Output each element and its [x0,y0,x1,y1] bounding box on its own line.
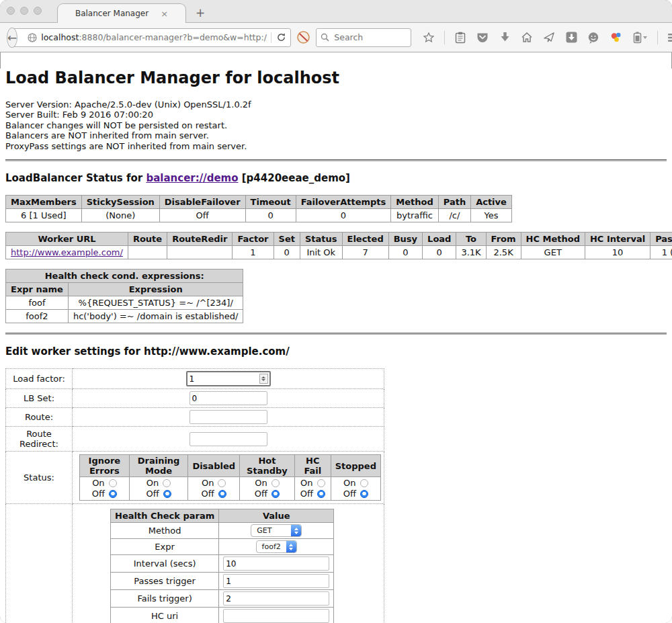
hot-standby-off-radio[interactable] [271,490,280,498]
draining-mode-on-radio[interactable] [163,479,171,487]
new-tab-button[interactable]: + [196,6,205,19]
stopped-on-radio[interactable] [360,479,368,487]
hc-fails-label: Fails trigger) [111,590,219,608]
cell: 2.5K [486,246,521,259]
form-row-load-factor: Load factor: [6,369,384,389]
lb-set-input[interactable] [190,391,267,405]
reload-icon[interactable] [276,32,286,43]
tab-title: Balancer Manager [75,9,149,18]
route-redirect-input[interactable] [190,432,267,446]
cell: 7 [342,246,388,259]
expr-name-cell: foof2 [6,310,69,323]
hc-method-select[interactable]: GET [251,524,302,537]
route-input[interactable] [190,410,267,424]
block-extension-icon[interactable] [296,30,310,45]
expr-name-cell: foof [6,296,69,310]
divider [5,333,667,335]
colored-dots-extension-icon[interactable] [609,31,622,44]
load-factor-input[interactable] [186,371,271,386]
cell: Init Ok [300,246,342,259]
edit-worker-form: Load factor: LB Set: Route: Route Redire… [5,368,384,623]
col-header: HC Interval [585,233,650,246]
lb-set-label: LB Set: [6,389,73,408]
col-header: Expr name [6,283,69,296]
pocket-icon[interactable] [476,31,489,44]
ignore-errors-on-radio[interactable] [109,479,117,487]
worker-status-table: Worker URL Route RouteRedir Factor Set S… [5,232,672,259]
col-header: Set [274,233,300,246]
hc-fails-input[interactable] [223,591,329,606]
search-bar[interactable] [316,28,411,47]
search-icon [321,33,329,42]
download-box-icon[interactable] [564,31,578,44]
search-input[interactable] [333,32,396,43]
number-spinner-icon[interactable] [259,374,268,384]
hc-interval-label: Interval (secs) [111,555,219,573]
col-header: Worker URL [6,233,128,246]
form-row-lb-set: LB Set: [6,389,384,408]
cell: 0 [388,246,422,259]
cell: (None) [81,209,159,222]
hc-passes-input[interactable] [223,574,329,588]
hc-fail-off-radio[interactable] [317,490,325,498]
table-row: HC uri [111,608,334,623]
expression-cell: %{REQUEST_STATUS} =~ /^[234]/ [68,296,243,310]
worker-url-link[interactable]: http://www.example.com/ [11,247,123,257]
balancer-demo-link[interactable]: balancer://demo [146,172,238,184]
cell: bytraffic [391,209,438,222]
disabled-on-radio[interactable] [218,479,226,487]
zoom-window-button[interactable] [34,7,42,15]
stopped-off-radio[interactable] [360,490,368,498]
table-row: Expr foof2 [111,539,334,555]
download-icon[interactable] [498,31,511,44]
send-plane-icon[interactable] [542,31,556,44]
cell: 1 [233,246,274,259]
hc-expr-select[interactable]: foof2 [256,540,297,553]
col-header: HC Method [521,233,585,246]
hc-interval-input[interactable] [223,556,329,571]
col-header: Load [423,233,456,246]
cell: /c/ [438,209,470,222]
chat-smiley-icon[interactable] [587,31,600,44]
col-header: FailoverAttempts [296,196,391,209]
close-window-button[interactable] [7,7,15,15]
bookmark-star-icon[interactable] [422,31,435,44]
menu-hamburger-icon[interactable] [667,31,672,44]
edit-worker-heading: Edit worker settings for http://www.exam… [5,345,667,358]
hc-fail-on-radio[interactable] [317,479,325,487]
cell: http://www.example.com/ [6,246,128,259]
col-header: Expression [68,283,243,296]
form-row-route-redirect: Route Redirect: [6,427,384,452]
traffic-lights [7,7,42,15]
draining-mode-off-radio[interactable] [163,490,171,498]
url-text: localhost:8880/balancer-manager?b=demo&w… [41,32,267,42]
hot-standby-on-radio[interactable] [271,479,280,487]
health-check-expressions-table: Health check cond. expressions: Expr nam… [5,269,243,323]
back-button[interactable]: ← [7,28,17,48]
table-row: http://www.example.com/ 1 0 Init Ok 7 0 … [6,246,672,259]
col-header: Busy [388,233,422,246]
extension-caret-icon[interactable] [643,36,647,39]
form-row-status: Status: Ignore Errors Draining Mode Disa… [6,452,384,504]
url-bar[interactable]: localhost:8880/balancer-manager?b=demo&w… [12,28,291,47]
cell: 0 [274,246,300,259]
tab-close-icon[interactable]: × [161,9,168,18]
home-icon[interactable] [520,31,534,44]
battery-extension-icon[interactable] [631,31,648,44]
hc-uri-input[interactable] [223,609,329,623]
disabled-off-radio[interactable] [218,490,226,498]
minimize-window-button[interactable] [20,7,28,15]
navigation-toolbar: ← localhost:8880/balancer-manager?b=demo… [0,23,672,52]
form-row-health-check: Health Check param Value Method GET [6,504,384,623]
col-header: Disabled [188,455,240,477]
ignore-errors-off-radio[interactable] [109,490,117,498]
route-redirect-label: Route Redirect: [6,427,73,452]
hc-expr-label: Expr [111,539,219,555]
col-header: MaxMembers [6,196,82,209]
tab-balancer-manager[interactable]: Balancer Manager × [57,3,186,23]
col-header: DisableFailover [159,196,245,209]
table-row: foof %{REQUEST_STATUS} =~ /^[234]/ [6,296,243,310]
server-info: Server Version: Apache/2.5.0-dev (Unix) … [5,99,667,151]
page-content: Load Balancer Manager for localhost Serv… [0,69,672,623]
clipboard-icon[interactable] [454,31,467,44]
